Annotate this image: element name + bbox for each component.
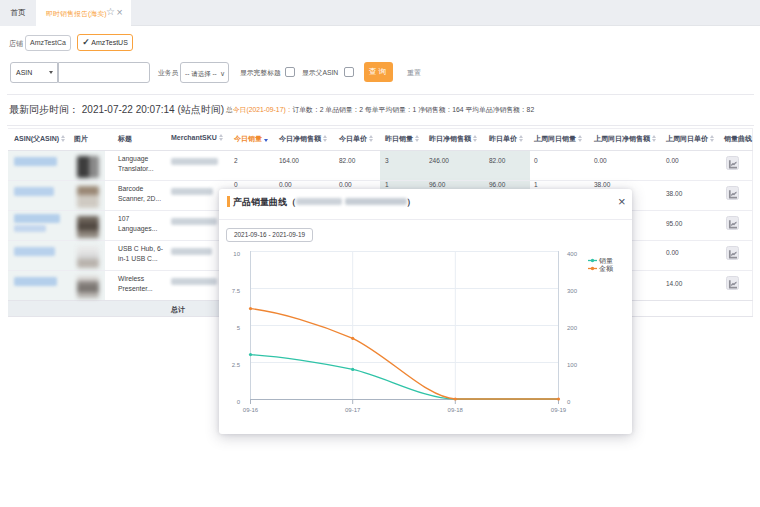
svg-text:09-19: 09-19 xyxy=(551,407,567,413)
svg-text:200: 200 xyxy=(567,325,578,331)
svg-text:09-16: 09-16 xyxy=(243,407,259,413)
svg-text:09-17: 09-17 xyxy=(345,407,361,413)
svg-text:7.5: 7.5 xyxy=(232,288,241,294)
svg-text:300: 300 xyxy=(567,288,578,294)
svg-text:10: 10 xyxy=(233,251,240,257)
svg-text:100: 100 xyxy=(567,362,578,368)
svg-text:2.5: 2.5 xyxy=(232,362,241,368)
svg-text:金额: 金额 xyxy=(599,265,614,272)
svg-text:销量: 销量 xyxy=(598,257,613,264)
svg-text:5: 5 xyxy=(237,325,241,331)
svg-text:09-18: 09-18 xyxy=(448,407,464,413)
svg-text:0: 0 xyxy=(567,399,571,405)
svg-text:0: 0 xyxy=(237,399,241,405)
svg-text:400: 400 xyxy=(567,251,578,257)
